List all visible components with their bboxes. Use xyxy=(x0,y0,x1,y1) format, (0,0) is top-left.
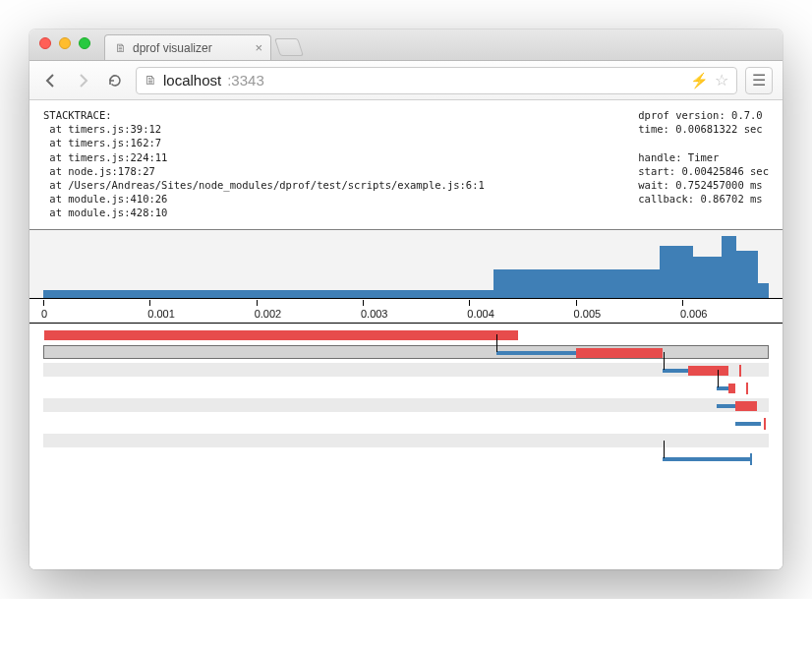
timeline-row[interactable] xyxy=(43,398,769,412)
time-axis: 00.0010.0020.0030.0040.0050.006 xyxy=(29,299,783,323)
stat-line: handle: Timer xyxy=(638,151,719,163)
stat-line: dprof version: 0.7.0 xyxy=(638,109,762,121)
timeline-row[interactable] xyxy=(43,327,769,341)
page-content: STACKTRACE: at timers.js:39:12 at timers… xyxy=(29,100,783,569)
toolbar: 🗎 localhost:3343 ⚡ ☆ ☰ xyxy=(29,61,783,100)
close-window-button[interactable] xyxy=(39,37,51,49)
callback-segment xyxy=(44,330,518,340)
overview-bar xyxy=(758,283,769,298)
timeline-row[interactable] xyxy=(43,416,769,430)
timeline-row[interactable] xyxy=(43,381,769,394)
overview-bar xyxy=(693,257,723,299)
overview-chart[interactable] xyxy=(29,230,783,299)
timeline-row[interactable] xyxy=(43,434,769,447)
overview-bar xyxy=(43,290,493,298)
axis-tick-label: 0.002 xyxy=(255,308,282,320)
end-cap xyxy=(739,365,741,377)
connector-line xyxy=(664,352,665,370)
window-controls xyxy=(39,37,90,49)
bolt-icon: ⚡ xyxy=(690,72,709,89)
forward-button[interactable] xyxy=(71,69,94,92)
callback-segment xyxy=(728,384,735,393)
tab-title: dprof visualizer xyxy=(133,41,212,55)
browser-tab[interactable]: 🗎 dprof visualizer × xyxy=(104,34,271,60)
callback-segment xyxy=(688,366,727,376)
wait-segment xyxy=(663,369,688,373)
stacktrace-line: at module.js:428:10 xyxy=(43,207,167,218)
browser-window: 🗎 dprof visualizer × 🗎 localhost:3343 ⚡ … xyxy=(29,30,783,569)
zoom-window-button[interactable] xyxy=(79,37,90,49)
timeline-row[interactable] xyxy=(43,363,769,377)
stat-line: callback: 0.86702 ms xyxy=(638,193,762,205)
url-host: localhost xyxy=(163,72,221,89)
site-icon: 🗎 xyxy=(145,73,157,88)
stat-line: wait: 0.752457000 ms xyxy=(638,179,762,191)
new-tab-button[interactable] xyxy=(274,38,304,56)
overview-bar xyxy=(660,246,692,299)
wait-segment xyxy=(663,457,749,461)
timeline-row[interactable] xyxy=(43,451,769,465)
overview-bar xyxy=(580,269,660,298)
callback-segment xyxy=(735,401,757,411)
axis-tick-label: 0 xyxy=(41,308,47,320)
axis-tick-label: 0.005 xyxy=(574,308,602,320)
hamburger-menu-button[interactable]: ☰ xyxy=(745,67,773,94)
stat-line: time: 0.00681322 sec xyxy=(638,123,762,135)
connector-line xyxy=(664,441,665,458)
back-button[interactable] xyxy=(39,69,63,92)
axis-tick-label: 0.006 xyxy=(680,308,708,320)
overview-bar xyxy=(736,251,758,298)
end-cap xyxy=(750,453,752,465)
stacktrace-header: STACKTRACE: xyxy=(43,109,112,121)
reload-button[interactable] xyxy=(102,68,128,93)
page-icon: 🗎 xyxy=(115,41,127,55)
stacktrace-block: STACKTRACE: at timers.js:39:12 at timers… xyxy=(43,108,485,219)
wait-segment xyxy=(717,404,734,408)
axis-tick-label: 0.001 xyxy=(147,308,175,320)
wait-segment xyxy=(735,422,761,426)
stacktrace-line: at node.js:178:27 xyxy=(43,165,155,177)
connector-line xyxy=(718,370,719,387)
stacktrace-line: at module.js:410:26 xyxy=(43,193,167,205)
axis-tick-label: 0.003 xyxy=(361,308,388,320)
stat-line: start: 0.00425846 sec xyxy=(638,165,769,177)
end-cap xyxy=(746,383,748,394)
wait-segment xyxy=(496,351,576,355)
info-pane: STACKTRACE: at timers.js:39:12 at timers… xyxy=(29,100,783,230)
connector-line xyxy=(496,334,497,352)
arrow-left-icon xyxy=(43,73,59,89)
arrow-right-icon xyxy=(75,73,90,89)
close-tab-icon[interactable]: × xyxy=(255,40,262,55)
url-port: :3343 xyxy=(227,72,264,89)
axis-tick-label: 0.004 xyxy=(467,308,494,320)
overview-bar xyxy=(493,269,581,298)
stacktrace-line: at timers.js:39:12 xyxy=(43,123,161,135)
bookmark-star-icon[interactable]: ☆ xyxy=(715,71,728,89)
callback-segment xyxy=(576,348,663,358)
empty-space xyxy=(29,481,783,569)
timeline-lanes[interactable] xyxy=(29,323,783,481)
address-bar[interactable]: 🗎 localhost:3343 ⚡ ☆ xyxy=(136,67,737,94)
timeline-row[interactable] xyxy=(43,345,769,359)
minimize-window-button[interactable] xyxy=(59,37,71,49)
overview-bar xyxy=(722,236,736,298)
stats-block: dprof version: 0.7.0 time: 0.00681322 se… xyxy=(638,108,769,219)
stacktrace-line: at timers.js:162:7 xyxy=(43,137,161,148)
end-cap xyxy=(764,418,766,430)
stacktrace-line: at /Users/Andreas/Sites/node_modules/dpr… xyxy=(43,179,485,191)
reload-icon xyxy=(107,73,123,89)
tab-bar: 🗎 dprof visualizer × xyxy=(29,30,783,61)
stacktrace-line: at timers.js:224:11 xyxy=(43,151,167,163)
